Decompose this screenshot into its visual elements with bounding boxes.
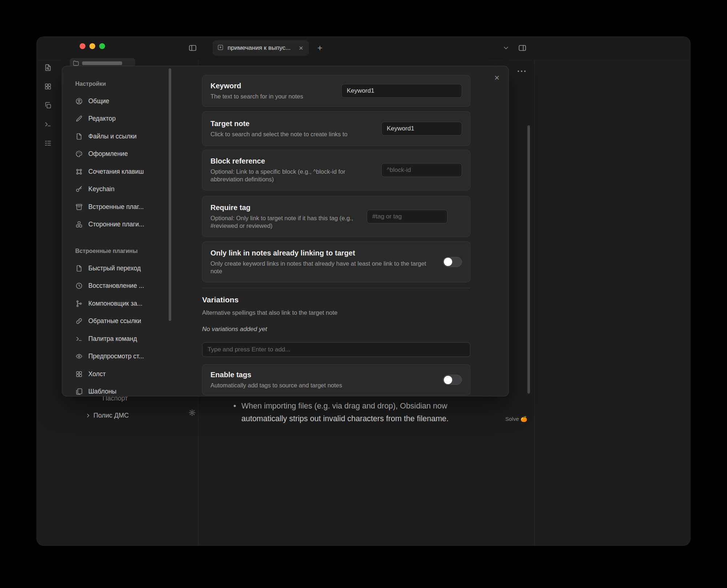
key-icon — [75, 185, 83, 193]
setting-desc: Click to search and select the note to c… — [210, 130, 374, 138]
chevron-down-icon[interactable] — [502, 44, 510, 52]
nav-item-label: Сочетания клавиш — [88, 168, 144, 176]
nav-section-core-plugins: Встроенные плагины — [75, 246, 171, 257]
nav-item-label: Оформление — [88, 150, 128, 158]
nav-item-canvas[interactable]: Холст — [75, 365, 171, 383]
file-link-icon — [75, 133, 83, 140]
setting-desc: Optional: Only link to target note if it… — [210, 214, 360, 230]
tab-title: примечания к выпус... — [228, 44, 297, 52]
nav-item-label: Холст — [88, 370, 106, 378]
nav-item-files-links[interactable]: Файлы и ссылки — [75, 128, 171, 145]
nav-item-label: Компоновщик за... — [88, 300, 142, 307]
nav-section-settings: Настройки — [75, 78, 171, 89]
variations-empty-state: No variations added yet — [202, 326, 470, 333]
pencil-icon — [75, 115, 83, 122]
close-window-button[interactable] — [80, 43, 85, 49]
watermark: Solve 🍊 — [505, 416, 527, 422]
nav-item-templates[interactable]: Шаблоны — [75, 383, 171, 396]
add-variation-input[interactable] — [202, 342, 470, 357]
tab-icon — [217, 44, 224, 52]
explorer-item-dms[interactable]: Полис ДМС — [85, 412, 129, 419]
editor-right-divider — [534, 60, 535, 546]
more-options-icon[interactable] — [516, 68, 527, 75]
command-icon — [75, 168, 83, 176]
setting-row-target-note: Target note Click to search and select t… — [202, 111, 470, 146]
nav-item-keychain[interactable]: Keychain — [75, 181, 171, 198]
chevron-right-icon — [85, 412, 91, 419]
user-icon — [75, 97, 83, 105]
nav-item-quick-switcher[interactable]: Быстрый переход — [75, 259, 171, 277]
layout-grid-icon[interactable] — [44, 82, 52, 91]
section-divider — [202, 288, 470, 288]
nav-item-label: Keychain — [88, 185, 115, 193]
toggle-knob — [444, 258, 452, 266]
gear-icon[interactable] — [188, 408, 196, 417]
nav-item-core-plugins[interactable]: Встроенные плаг... — [75, 198, 171, 216]
nav-item-file-recovery[interactable]: Восстановление ... — [75, 277, 171, 295]
block-reference-input[interactable] — [381, 163, 462, 177]
modal-close-icon[interactable]: × — [492, 73, 502, 83]
nav-item-community-plugins[interactable]: Сторонние плаги... — [75, 216, 171, 234]
enable-tags-toggle[interactable] — [443, 375, 462, 385]
require-tag-input[interactable] — [367, 210, 447, 223]
editor-scrollbar[interactable] — [527, 125, 530, 394]
explorer-item-label: Полис ДМС — [93, 412, 129, 419]
search-document-icon[interactable] — [44, 63, 52, 72]
setting-row-require-tag: Require tag Optional: Only link to targe… — [202, 196, 470, 237]
setting-title: Only link in notes already linking to ta… — [210, 249, 435, 257]
note-content: When importing files (e.g. via drag and … — [233, 400, 487, 425]
nav-item-general[interactable]: Общие — [75, 92, 171, 110]
nav-item-appearance[interactable]: Оформление — [75, 145, 171, 163]
nav-item-label: Обратные ссылки — [88, 317, 141, 325]
setting-row-block-reference: Block reference Optional: Link to a spec… — [202, 150, 470, 190]
setting-desc: Automatically add tags to source and tar… — [210, 382, 435, 389]
nav-item-command-palette[interactable]: Палитра команд — [75, 330, 171, 348]
settings-content: Keyword The text to search for in your n… — [202, 66, 470, 396]
variations-desc: Alternative spellings that also link to … — [202, 309, 470, 316]
nav-item-backlinks[interactable]: Обратные ссылки — [75, 313, 171, 330]
keyword-input[interactable] — [341, 84, 462, 98]
nav-item-label: Редактор — [88, 115, 116, 122]
link-icon — [75, 317, 83, 325]
setting-title: Target note — [210, 120, 374, 128]
setting-row-keyword: Keyword The text to search for in your n… — [202, 75, 470, 107]
variations-title: Variations — [202, 295, 470, 304]
templates-icon — [75, 388, 83, 395]
nav-item-label: Встроенные плаг... — [88, 203, 144, 211]
file-icon — [75, 265, 83, 272]
app-window: примечания к выпус... × + — [36, 36, 691, 546]
ribbon — [36, 60, 60, 546]
setting-title: Enable tags — [210, 371, 435, 379]
puzzle-icon — [75, 221, 83, 228]
nav-item-note-composer[interactable]: Компоновщик за... — [75, 295, 171, 313]
terminal-icon — [75, 335, 83, 343]
nav-item-label: Сторонние плаги... — [88, 221, 144, 228]
nav-item-label: Быстрый переход — [88, 265, 141, 272]
settings-nav: Настройки Общие Редактор Файлы и ссылки … — [62, 66, 171, 396]
setting-title: Require tag — [210, 204, 360, 212]
nav-item-hotkeys[interactable]: Сочетания клавиш — [75, 163, 171, 181]
target-note-input[interactable] — [381, 122, 462, 136]
merge-icon — [75, 300, 83, 307]
toggle-knob — [444, 376, 452, 384]
setting-desc: The text to search for in your notes — [210, 93, 334, 100]
nav-item-page-preview[interactable]: Предпросмотр ст... — [75, 348, 171, 366]
tab-close-icon[interactable]: × — [297, 44, 305, 52]
setting-title: Block reference — [210, 157, 374, 165]
terminal-icon[interactable] — [44, 120, 52, 129]
toggle-left-sidebar-icon[interactable] — [188, 44, 198, 52]
list-grid-icon[interactable] — [44, 139, 52, 148]
minimize-window-button[interactable] — [89, 43, 95, 49]
nav-item-editor[interactable]: Редактор — [75, 110, 171, 128]
copy-files-icon[interactable] — [44, 101, 52, 110]
nav-item-label: Палитра команд — [88, 335, 137, 343]
nav-item-label: Файлы и ссылки — [88, 133, 137, 140]
setting-desc: Optional: Link to a specific block (e.g.… — [210, 168, 374, 183]
only-link-toggle[interactable] — [443, 257, 462, 267]
tab-release-notes[interactable]: примечания к выпус... × — [213, 40, 309, 56]
new-tab-button[interactable]: + — [315, 43, 325, 53]
toggle-right-sidebar-icon[interactable] — [517, 44, 527, 52]
setting-title: Keyword — [210, 82, 334, 90]
setting-row-enable-tags: Enable tags Automatically add tags to so… — [202, 364, 470, 395]
maximize-window-button[interactable] — [99, 43, 105, 49]
